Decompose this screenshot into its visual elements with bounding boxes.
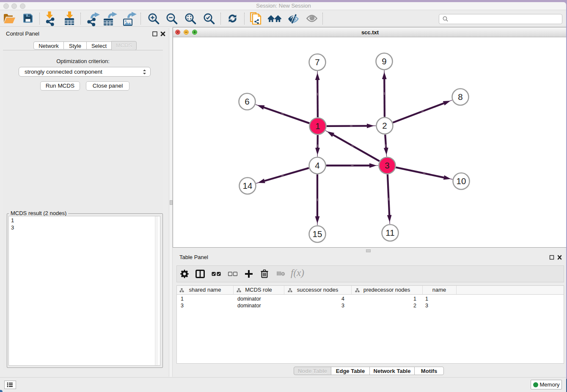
svg-text:9: 9 [382, 56, 386, 66]
svg-text:8: 8 [458, 92, 462, 102]
svg-text:11: 11 [385, 228, 394, 237]
svg-text:1: 1 [315, 121, 320, 131]
svg-text:14: 14 [243, 181, 253, 190]
svg-text:4: 4 [315, 160, 319, 170]
svg-text:2: 2 [382, 121, 387, 130]
svg-text:10: 10 [457, 176, 466, 186]
svg-text:3: 3 [385, 160, 389, 170]
svg-text:7: 7 [315, 57, 319, 67]
svg-text:6: 6 [245, 97, 249, 106]
svg-text:15: 15 [313, 229, 322, 239]
